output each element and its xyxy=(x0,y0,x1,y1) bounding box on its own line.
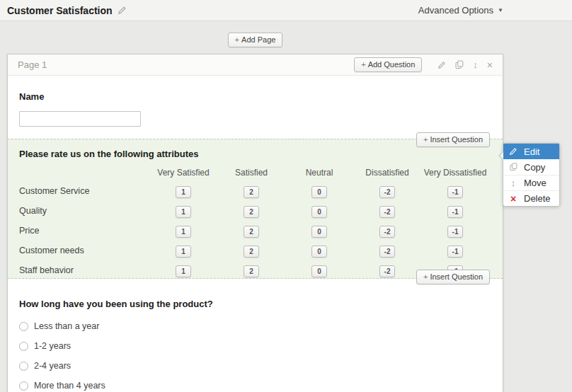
advanced-options-dropdown[interactable]: Advanced Options ▼ xyxy=(418,5,503,16)
top-bar: Customer Satisfaction Advanced Options ▼ xyxy=(0,0,572,21)
rating-chip[interactable]: -2 xyxy=(379,186,395,198)
insert-question-button-bottom[interactable]: +Insert Question xyxy=(416,270,490,284)
page-actions: ↕ × xyxy=(437,60,493,70)
matrix-column-header: Very Satisfied xyxy=(149,164,217,181)
menu-item-copy[interactable]: Copy xyxy=(503,159,559,175)
matrix-cell: -2 xyxy=(353,181,421,201)
question-duration: How long have you been using the product… xyxy=(8,279,503,392)
add-page-button[interactable]: +Add Page xyxy=(228,33,283,47)
radio-option-label: 2-4 years xyxy=(34,361,71,371)
rating-chip[interactable]: 2 xyxy=(244,265,259,277)
question-context-menu: Edit Copy ↕ Move × Delete xyxy=(503,143,560,207)
rating-chip[interactable]: 1 xyxy=(176,246,191,258)
radio-button-icon[interactable] xyxy=(19,381,28,391)
move-page-icon[interactable]: ↕ xyxy=(473,60,478,69)
plus-icon: + xyxy=(361,60,365,69)
rating-chip[interactable]: 1 xyxy=(176,265,191,277)
radio-button-icon[interactable] xyxy=(19,342,28,351)
radio-option-label: Less than a year xyxy=(34,321,99,331)
radio-button-icon[interactable] xyxy=(19,322,28,331)
matrix-cell: -2 xyxy=(353,260,421,280)
menu-item-label: Delete xyxy=(524,193,551,204)
menu-item-move[interactable]: ↕ Move xyxy=(503,175,559,190)
add-page-row: +Add Page xyxy=(7,21,503,54)
page-title: Page 1 xyxy=(18,59,47,70)
question-name: Name xyxy=(8,76,503,139)
rating-chip[interactable]: 0 xyxy=(311,265,327,277)
matrix-cell: 2 xyxy=(217,241,285,260)
matrix-cell: 1 xyxy=(149,260,217,280)
rating-chip[interactable]: 1 xyxy=(176,186,191,198)
menu-item-delete[interactable]: × Delete xyxy=(503,190,559,206)
rating-chip[interactable]: -2 xyxy=(379,246,395,258)
pencil-icon xyxy=(509,147,517,156)
plus-icon: + xyxy=(423,272,428,281)
radio-button-icon[interactable] xyxy=(19,362,28,371)
matrix-cell: -1 xyxy=(421,181,489,201)
edit-page-pencil-icon[interactable] xyxy=(437,61,446,69)
matrix-cell: 0 xyxy=(285,260,353,280)
page-panel-header: Page 1 +Add Question ↕ × xyxy=(8,54,503,76)
matrix-cell: 1 xyxy=(149,241,217,260)
rating-chip[interactable]: -2 xyxy=(379,226,395,238)
page-panel: Page 1 +Add Question ↕ × Name xyxy=(7,54,503,392)
rating-chip[interactable]: -1 xyxy=(447,186,463,198)
matrix-cell: -2 xyxy=(353,221,421,241)
matrix-cell: -2 xyxy=(353,201,421,221)
rating-chip[interactable]: 2 xyxy=(244,226,259,238)
matrix-column-header: Dissatisfied xyxy=(353,164,421,181)
rating-chip[interactable]: 0 xyxy=(311,206,327,218)
matrix-column-header: Very Dissatisfied xyxy=(421,164,489,181)
insert-question-button-top[interactable]: +Insert Question xyxy=(416,132,490,147)
question-name-label: Name xyxy=(19,91,491,102)
matrix-cell: 2 xyxy=(217,221,285,241)
menu-item-label: Edit xyxy=(524,146,539,157)
matrix-cell: 1 xyxy=(149,221,217,241)
delete-page-x-icon[interactable]: × xyxy=(487,60,493,70)
rating-chip[interactable]: -1 xyxy=(447,206,463,218)
rating-chip[interactable]: 0 xyxy=(311,226,327,238)
survey-builder-content: +Add Page Page 1 +Add Question ↕ × xyxy=(7,21,503,392)
matrix-cell: 0 xyxy=(285,241,353,260)
rating-chip[interactable]: 2 xyxy=(244,246,259,258)
rating-chip[interactable]: -2 xyxy=(379,265,395,277)
rating-chip[interactable]: 0 xyxy=(311,246,327,258)
rating-chip[interactable]: 1 xyxy=(176,226,191,238)
rating-chip[interactable]: 0 xyxy=(311,186,327,198)
question-matrix-title: Please rate us on the following attribut… xyxy=(19,149,503,159)
matrix-row-label: Quality xyxy=(19,201,149,221)
radio-option[interactable]: 1-2 years xyxy=(19,341,491,351)
copy-icon xyxy=(509,163,517,171)
matrix-cell: -1 xyxy=(421,241,489,260)
add-question-button[interactable]: +Add Question xyxy=(354,57,422,72)
matrix-row-label: Customer needs xyxy=(19,241,149,260)
matrix-cell: 2 xyxy=(217,201,285,221)
matrix-cell: 0 xyxy=(285,181,353,201)
edit-title-pencil-icon[interactable] xyxy=(118,6,127,15)
radio-option[interactable]: More than 4 years xyxy=(19,381,491,391)
matrix-cell: 2 xyxy=(217,181,285,201)
matrix-corner xyxy=(19,164,149,181)
menu-item-edit[interactable]: Edit xyxy=(503,144,559,159)
matrix-cell: 0 xyxy=(285,201,353,221)
survey-title: Customer Satisfaction xyxy=(7,5,127,16)
name-input[interactable] xyxy=(19,111,141,127)
rating-chip[interactable]: -1 xyxy=(447,246,463,258)
radio-option-label: More than 4 years xyxy=(34,381,105,391)
matrix-cell: -2 xyxy=(353,241,421,260)
rating-chip[interactable]: 2 xyxy=(244,186,259,198)
radio-option[interactable]: Less than a year xyxy=(19,321,491,331)
matrix-grid: Very Satisfied Satisfied Neutral Dissati… xyxy=(19,164,503,280)
radio-option-label: 1-2 years xyxy=(34,341,71,351)
question-matrix: +Insert Question Please rate us on the f… xyxy=(8,139,503,279)
rating-chip[interactable]: -2 xyxy=(379,206,395,218)
rating-chip[interactable]: -1 xyxy=(447,226,463,238)
rating-chip[interactable]: 2 xyxy=(244,206,259,218)
delete-x-icon: × xyxy=(509,194,517,204)
matrix-cell: 2 xyxy=(217,260,285,280)
plus-icon: + xyxy=(423,135,428,144)
menu-item-label: Move xyxy=(524,178,547,188)
rating-chip[interactable]: 1 xyxy=(176,206,191,218)
radio-option[interactable]: 2-4 years xyxy=(19,361,491,371)
copy-page-icon[interactable] xyxy=(455,60,464,69)
